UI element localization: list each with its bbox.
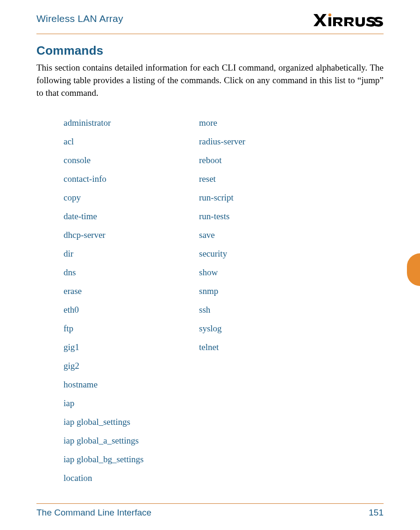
cmd-link[interactable]: eth0 bbox=[64, 305, 79, 315]
svg-rect-1 bbox=[328, 17, 331, 26]
cmd-link[interactable]: dns bbox=[64, 267, 76, 277]
header-divider bbox=[36, 34, 384, 34]
table-row: dirsecurity bbox=[64, 244, 384, 263]
table-row: ftpsyslog bbox=[64, 319, 384, 338]
table-row: iap global_settings bbox=[64, 413, 384, 431]
cmd-link[interactable]: save bbox=[199, 230, 215, 240]
cmd-link[interactable]: security bbox=[199, 249, 227, 258]
cmd-link[interactable]: copy bbox=[64, 193, 81, 202]
cmd-link[interactable]: erase bbox=[64, 286, 82, 296]
doc-title: Wireless LAN Array bbox=[36, 13, 123, 24]
footer-section-name: The Command Line Interface bbox=[36, 508, 151, 518]
cmd-link[interactable]: ssh bbox=[199, 305, 210, 315]
cmd-link[interactable]: iap global_bg_settings bbox=[64, 454, 144, 464]
table-row: iap global_a_settings bbox=[64, 431, 384, 450]
cmd-link[interactable]: run-tests bbox=[199, 211, 229, 221]
cmd-link[interactable]: iap global_settings bbox=[64, 417, 130, 427]
cmd-link[interactable]: ftp bbox=[64, 323, 73, 333]
cmd-link[interactable]: show bbox=[199, 267, 218, 277]
cmd-link[interactable]: dhcp-server bbox=[64, 230, 106, 240]
table-row: administratormore bbox=[64, 114, 384, 132]
cmd-link[interactable]: dir bbox=[64, 249, 73, 258]
cmd-link[interactable]: telnet bbox=[199, 342, 219, 352]
table-row: dhcp-serversave bbox=[64, 226, 384, 244]
cmd-link[interactable]: iap global_a_settings bbox=[64, 436, 139, 445]
cmd-link[interactable]: more bbox=[199, 118, 217, 128]
svg-marker-0 bbox=[313, 14, 327, 26]
cmd-link[interactable]: administrator bbox=[64, 118, 111, 128]
cmd-link[interactable]: iap bbox=[64, 398, 74, 408]
table-row: gig2 bbox=[64, 357, 384, 375]
svg-point-2 bbox=[328, 14, 331, 16]
cmd-link[interactable]: run-script bbox=[199, 193, 234, 202]
table-row: erasesnmp bbox=[64, 282, 384, 301]
table-row: iap bbox=[64, 394, 384, 413]
cmd-link[interactable]: snmp bbox=[199, 286, 218, 296]
table-row: location bbox=[64, 469, 384, 487]
page-number: 151 bbox=[369, 508, 384, 518]
section-intro: This section contains detailed informati… bbox=[36, 62, 384, 100]
cmd-link[interactable]: radius-server bbox=[199, 136, 245, 146]
xirrus-logo-icon bbox=[313, 13, 384, 27]
table-row: date-timerun-tests bbox=[64, 207, 384, 226]
cmd-link[interactable]: location bbox=[64, 473, 92, 483]
table-row: dnsshow bbox=[64, 263, 384, 282]
cmd-link[interactable]: hostname bbox=[64, 380, 98, 389]
cmd-link[interactable]: reset bbox=[199, 174, 216, 184]
table-row: aclradius-server bbox=[64, 132, 384, 151]
footer-divider bbox=[36, 503, 384, 504]
brand-logo bbox=[313, 13, 384, 27]
section-title: Commands bbox=[36, 43, 384, 58]
cmd-link[interactable]: console bbox=[64, 155, 91, 165]
cmd-link[interactable]: gig2 bbox=[64, 361, 79, 371]
cmd-link[interactable]: syslog bbox=[199, 323, 222, 333]
cmd-link[interactable]: contact-info bbox=[64, 174, 107, 184]
commands-table: administratormore aclradius-server conso… bbox=[36, 114, 384, 487]
table-row: eth0ssh bbox=[64, 301, 384, 319]
cmd-link[interactable]: date-time bbox=[64, 211, 97, 221]
table-row: consolereboot bbox=[64, 151, 384, 170]
table-row: gig1telnet bbox=[64, 338, 384, 357]
table-row: contact-inforeset bbox=[64, 170, 384, 188]
table-row: copyrun-script bbox=[64, 188, 384, 207]
table-row: hostname bbox=[64, 375, 384, 394]
table-row: iap global_bg_settings bbox=[64, 450, 384, 469]
cmd-link[interactable]: reboot bbox=[199, 155, 222, 165]
cmd-link[interactable]: acl bbox=[64, 136, 74, 146]
cmd-link[interactable]: gig1 bbox=[64, 342, 79, 352]
